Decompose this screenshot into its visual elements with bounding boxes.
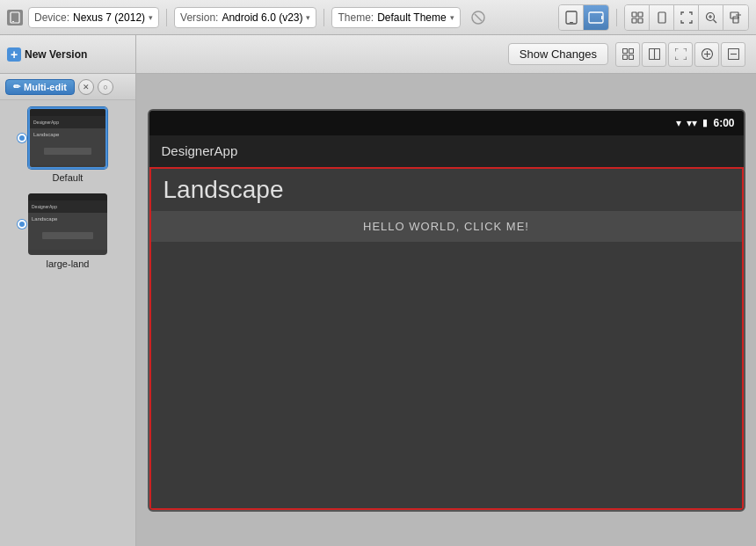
sep1 xyxy=(166,9,167,26)
new-version-btn[interactable]: + New Version xyxy=(7,47,87,62)
hello-world-bar[interactable]: HELLO WORLD, CLICK ME! xyxy=(151,211,742,242)
layout-item-large-land[interactable]: DesignerApp Landscape xyxy=(7,193,128,269)
version-label: Version: xyxy=(180,11,218,24)
layout-thumbnail-large-land: DesignerApp Landscape xyxy=(28,193,107,255)
svg-rect-5 xyxy=(570,22,573,23)
layout-thumbnail-default: DesignerApp Landscape xyxy=(28,107,107,169)
battery-icon: ▮ xyxy=(702,117,708,128)
sidebar-items: DesignerApp Landscape xyxy=(0,100,135,546)
theme-arrow: ▾ xyxy=(450,13,454,22)
show-changes-button[interactable]: Show Changes xyxy=(508,43,608,65)
add-btn[interactable] xyxy=(694,42,719,67)
svg-rect-23 xyxy=(629,55,633,60)
thumb-status-bar xyxy=(30,109,105,116)
thumb-content: Landscape xyxy=(30,128,105,165)
sidebar-toolbar: + New Version xyxy=(0,35,135,74)
layout-label-default: Default xyxy=(53,172,84,183)
svg-rect-10 xyxy=(632,18,636,23)
multi-edit-bar: ✏ Multi-edit ✕ ○ xyxy=(0,74,135,100)
thumb-app-bar: DesignerApp xyxy=(30,116,105,128)
thumb-app-title: DesignerApp xyxy=(33,120,59,125)
stop-icon-btn[interactable] xyxy=(466,5,491,30)
thumb-button-2 xyxy=(42,232,92,239)
svg-rect-22 xyxy=(622,55,627,60)
grid-view-btn[interactable] xyxy=(615,42,640,67)
multi-edit-btn[interactable]: ✏ Multi-edit xyxy=(5,79,75,95)
multi-edit-label: Multi-edit xyxy=(24,82,67,92)
fullscreen-btn[interactable] xyxy=(668,42,693,67)
device-content: Landscape HELLO WORLD, CLICK ME! xyxy=(149,167,744,510)
thumb-connector-default xyxy=(18,134,26,142)
svg-rect-7 xyxy=(601,16,603,19)
multi-edit-icon: ✏ xyxy=(13,82,20,91)
hello-world-text: HELLO WORLD, CLICK ME! xyxy=(363,220,529,233)
svg-rect-20 xyxy=(622,49,627,54)
device-label: Device: xyxy=(34,11,69,24)
device-status-bar: ▾ ▾▾ ▮ 6:00 xyxy=(149,111,744,135)
plus-icon: + xyxy=(7,47,21,62)
svg-rect-12 xyxy=(658,12,665,23)
fit-screen-btn[interactable] xyxy=(674,5,699,30)
svg-rect-4 xyxy=(566,11,577,24)
theme-label: Theme: xyxy=(338,11,374,24)
layout-label-large-land: large-land xyxy=(47,258,90,269)
svg-rect-0 xyxy=(11,12,19,23)
status-time: 6:00 xyxy=(713,117,734,129)
version-arrow: ▾ xyxy=(306,13,310,22)
svg-rect-21 xyxy=(629,49,633,54)
thumb-content-2: Landscape xyxy=(28,213,107,250)
svg-line-3 xyxy=(475,14,482,21)
device-icon xyxy=(7,10,23,25)
content-toolbar-icons xyxy=(615,42,745,67)
svg-rect-6 xyxy=(589,12,603,23)
version-dropdown[interactable]: Version: Android 6.0 (v23) ▾ xyxy=(174,7,316,28)
device-preview-area: ▾ ▾▾ ▮ 6:00 DesignerApp Landscape HELLO … xyxy=(136,74,756,546)
zoom-in-btn[interactable] xyxy=(699,5,723,30)
device-app-bar: DesignerApp xyxy=(149,135,744,167)
svg-rect-11 xyxy=(638,18,643,23)
circle-ok-btn[interactable]: ○ xyxy=(98,79,113,95)
tablet-view-btn[interactable] xyxy=(584,5,608,30)
configuration-btn[interactable] xyxy=(625,5,650,30)
thumbnail-inner-default: DesignerApp Landscape xyxy=(30,109,105,167)
thumb-landscape-text: Landscape xyxy=(33,132,59,137)
svg-line-16 xyxy=(713,19,716,23)
split-view-btn[interactable] xyxy=(642,42,666,67)
portrait-btn[interactable] xyxy=(650,5,674,30)
layout-controls-group xyxy=(624,4,749,31)
thumbnail-inner-large-land: DesignerApp Landscape xyxy=(28,193,107,255)
theme-value: Default Theme xyxy=(377,11,447,24)
device-content-empty xyxy=(151,242,742,506)
svg-rect-8 xyxy=(632,12,636,17)
thumb-connector-large-land xyxy=(18,220,26,229)
thumb-app-bar-2: DesignerApp xyxy=(28,200,107,213)
wifi-icon: ▾ xyxy=(676,117,681,129)
wifi-signal: ▾▾ xyxy=(687,117,697,129)
thumb-app-title-2: DesignerApp xyxy=(32,204,57,209)
zoom-out-btn[interactable] xyxy=(723,5,748,30)
layout-item-default[interactable]: DesignerApp Landscape xyxy=(7,107,128,183)
top-bar: Device: Nexus 7 (2012) ▾ Version: Androi… xyxy=(0,0,756,35)
version-value: Android 6.0 (v23) xyxy=(222,11,302,24)
thumb-large-text: Landscape xyxy=(32,216,57,222)
new-version-label: New Version xyxy=(25,48,87,61)
minus-btn[interactable] xyxy=(721,42,745,67)
thumb-button xyxy=(44,148,92,155)
device-value: Nexus 7 (2012) xyxy=(73,11,145,24)
view-mode-group xyxy=(558,4,609,31)
theme-dropdown[interactable]: Theme: Default Theme ▾ xyxy=(331,7,460,28)
svg-rect-1 xyxy=(12,21,14,22)
main-area: + New Version ✏ Multi-edit ✕ ○ xyxy=(0,35,756,546)
device-frame: ▾ ▾▾ ▮ 6:00 DesignerApp Landscape HELLO … xyxy=(148,109,745,512)
phone-view-btn[interactable] xyxy=(559,5,584,30)
content-area: Show Changes xyxy=(136,35,756,546)
sidebar: + New Version ✏ Multi-edit ✕ ○ xyxy=(0,35,136,546)
circle-cancel-btn[interactable]: ✕ xyxy=(78,79,94,95)
device-arrow: ▾ xyxy=(149,13,153,22)
landscape-label: Landscape xyxy=(151,169,742,211)
connector-dot xyxy=(18,134,26,142)
thumb-status-bar-2 xyxy=(28,193,107,200)
svg-rect-9 xyxy=(638,12,643,17)
device-dropdown[interactable]: Device: Nexus 7 (2012) ▾ xyxy=(28,7,159,28)
content-toolbar: Show Changes xyxy=(136,35,756,74)
